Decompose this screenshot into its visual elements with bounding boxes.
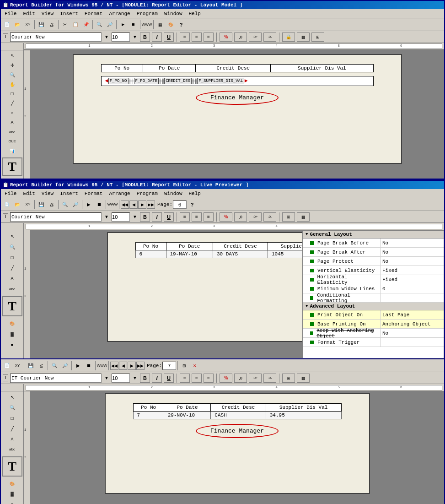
text2-tool[interactable]: A	[7, 273, 17, 283]
rect2-tool[interactable]: □	[7, 252, 17, 262]
menu2-file[interactable]: File	[2, 190, 19, 197]
tb1-web[interactable]: WWW	[142, 20, 152, 30]
bold3-button[interactable]: B	[140, 374, 150, 383]
align3-left[interactable]: ≡	[180, 374, 190, 383]
menu-insert[interactable]: Insert	[57, 11, 81, 17]
canvas-area-1[interactable]: Po No Po Date Credit Desc Supplier Dis V…	[30, 50, 444, 179]
align-right[interactable]: ≡	[204, 33, 214, 42]
fill2-tool[interactable]: ▓	[7, 329, 17, 339]
tb2-zoomin[interactable]: 🔍	[60, 200, 70, 210]
tb2-zoomout[interactable]: 🔎	[70, 200, 80, 210]
size3-dropdown[interactable]: ▼	[132, 373, 138, 383]
tb3-xy[interactable]: XY	[12, 361, 22, 371]
text3-large-tool[interactable]: T	[2, 456, 22, 476]
tb1-open[interactable]: 📂	[12, 20, 22, 30]
prop-collapse-icon[interactable]: ▼	[306, 232, 308, 237]
tb1-save[interactable]: 💾	[36, 20, 46, 30]
font2-size-input[interactable]: 10	[112, 212, 130, 222]
page-input-2[interactable]: 6	[173, 201, 187, 209]
tb2-help[interactable]: ?	[187, 200, 197, 210]
menu2-insert[interactable]: Insert	[57, 190, 81, 197]
prop-val-bprint[interactable]: Anchoring Object	[381, 320, 444, 328]
decimal-btn[interactable]: ,0	[234, 33, 247, 42]
tb3-run[interactable]: ▶	[73, 361, 83, 371]
tb3-zoom-in[interactable]: 🔍	[49, 361, 59, 371]
increase2-decimal[interactable]: .0+	[249, 212, 262, 222]
underline-button[interactable]: U	[164, 33, 174, 42]
tb2-save[interactable]: 💾	[36, 200, 46, 210]
increase3-decimal[interactable]: .0+	[249, 374, 262, 383]
circle-tool[interactable]: ○	[7, 108, 17, 118]
bold-button[interactable]: B	[140, 33, 150, 42]
prop-val-kanchor[interactable]: No	[381, 329, 444, 337]
tb3-print[interactable]: 🖨	[36, 361, 46, 371]
menu-arrange[interactable]: Arrange	[106, 11, 133, 17]
tb1-run[interactable]: ▶	[118, 20, 128, 30]
prop-val-pprotect[interactable]: No	[381, 257, 444, 266]
lock-btn[interactable]: 🔒	[282, 33, 295, 42]
select3-tool[interactable]: ↖	[7, 392, 17, 402]
tb2-open[interactable]: 📂	[12, 200, 22, 210]
font-name-input[interactable]: Courier New	[10, 33, 102, 42]
menu2-view[interactable]: View	[39, 190, 56, 197]
size-dropdown[interactable]: ▼	[132, 32, 138, 42]
extra-btn[interactable]: ⊞	[311, 33, 324, 42]
underline2-button[interactable]: U	[164, 212, 174, 222]
tb1-print[interactable]: 🖨	[47, 20, 57, 30]
tb3-web[interactable]: WWW	[97, 361, 107, 371]
ole-tool[interactable]: OLE	[7, 137, 17, 146]
text3-tool[interactable]: A	[7, 434, 17, 444]
expand3-btn[interactable]: ⊞	[282, 374, 295, 383]
menu2-arrange[interactable]: Arrange	[106, 190, 133, 197]
font2-dropdown[interactable]: ▼	[103, 212, 110, 222]
rect-tool[interactable]: □	[7, 89, 17, 98]
field3-tool[interactable]: abc	[7, 444, 17, 455]
tb3-zoom-out[interactable]: 🔎	[60, 361, 70, 371]
tb2-web[interactable]: WWW	[107, 200, 118, 210]
tb2-run[interactable]: ▶	[84, 200, 94, 210]
tb2-stop[interactable]: ⏹	[94, 200, 104, 210]
menu-help[interactable]: Help	[186, 11, 203, 17]
prop-val-widow[interactable]: 0	[381, 284, 444, 293]
menu2-format[interactable]: Format	[82, 190, 106, 197]
color2-tool[interactable]: 🎨	[7, 319, 17, 329]
field2-tool[interactable]: abc	[7, 284, 17, 294]
nav3-last[interactable]: ▶▶	[136, 362, 145, 370]
tb3-save[interactable]: 💾	[26, 361, 36, 371]
field-tool[interactable]: abc	[7, 127, 17, 136]
zoom3-tool[interactable]: 🔍	[7, 403, 17, 413]
nav3-prev[interactable]: ◀	[119, 362, 127, 370]
percent2-btn[interactable]: %	[220, 212, 232, 222]
nav3-next[interactable]: ▶	[128, 362, 136, 370]
italic2-button[interactable]: I	[152, 212, 162, 222]
rect3-tool[interactable]: □	[7, 413, 17, 423]
line2-tool[interactable]: ╱	[7, 263, 17, 273]
nav-next[interactable]: ▶	[138, 201, 146, 209]
font-dropdown[interactable]: ▼	[103, 32, 110, 42]
tb3-stop[interactable]: ⏹	[84, 361, 94, 371]
text2-large-tool[interactable]: T	[2, 296, 22, 316]
tb3-new[interactable]: 📄	[2, 361, 12, 371]
tb1-xy[interactable]: XY	[23, 20, 33, 30]
menu2-window[interactable]: Window	[161, 190, 185, 197]
nav-prev[interactable]: ◀	[129, 201, 138, 209]
menu2-help[interactable]: Help	[186, 190, 203, 197]
increase-decimal[interactable]: .0+	[249, 33, 262, 42]
prop-adv-collapse-icon[interactable]: ▼	[306, 304, 308, 309]
prop-val-pbefore[interactable]: No	[381, 238, 444, 247]
tb1-help[interactable]: ?	[176, 20, 186, 30]
menu-edit[interactable]: Edit	[20, 11, 38, 17]
bold2-button[interactable]: B	[140, 212, 150, 222]
crosshair-tool[interactable]: ✛	[7, 61, 17, 70]
line3-tool[interactable]: ╱	[7, 423, 17, 434]
align2-left[interactable]: ≡	[180, 212, 190, 222]
decimal3-btn[interactable]: ,0	[234, 374, 247, 383]
menu-file[interactable]: File	[2, 11, 19, 17]
tb2-print[interactable]: 🖨	[47, 200, 57, 210]
menu-window[interactable]: Window	[161, 11, 185, 17]
align2-center[interactable]: ≡	[192, 212, 202, 222]
menu2-program[interactable]: Program	[134, 190, 161, 197]
tb1-zoom-in[interactable]: 🔍	[94, 20, 104, 30]
dark3-tool[interactable]: ■	[7, 499, 17, 504]
tb1-border[interactable]: ▦	[155, 20, 165, 30]
